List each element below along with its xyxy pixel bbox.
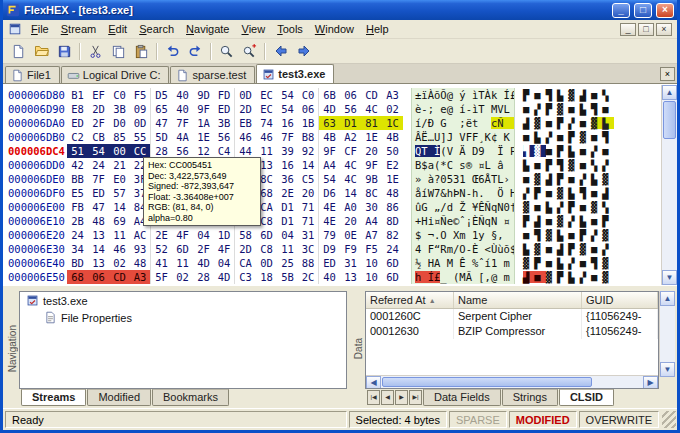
- hex-byte[interactable]: CD: [109, 270, 130, 284]
- hex-byte[interactable]: 28: [193, 270, 214, 284]
- hex-byte[interactable]: 28: [151, 144, 172, 158]
- hex-byte[interactable]: C5: [298, 172, 319, 186]
- hex-byte[interactable]: 6D: [172, 242, 193, 256]
- hex-byte[interactable]: 14: [109, 200, 130, 214]
- tab-data-fields[interactable]: Data Fields: [423, 389, 501, 406]
- hex-byte[interactable]: EB: [235, 116, 256, 130]
- unicode-column[interactable]: ▓▛■▙▞■▜▓: [515, 256, 661, 270]
- hex-byte[interactable]: BD: [67, 256, 88, 270]
- scroll-track[interactable]: [660, 306, 675, 362]
- ansi-column[interactable]: ûG „/d Ž ¥ÊÑqN0†: [411, 200, 515, 214]
- scroll-right-icon[interactable]: ▶: [643, 376, 658, 389]
- unicode-column[interactable]: ■▜▓▙■▛▞▓: [515, 228, 661, 242]
- hex-byte[interactable]: 2D: [88, 102, 109, 116]
- hex-byte[interactable]: 46: [109, 242, 130, 256]
- hex-byte[interactable]: A4: [361, 214, 382, 228]
- hex-byte[interactable]: ED: [319, 256, 340, 270]
- ansi-column[interactable]: ±ïÀõÕ@ ý ìTÀk Í£: [411, 88, 515, 102]
- scroll-left-icon[interactable]: ◀: [366, 376, 381, 389]
- column-header-name[interactable]: Name: [454, 292, 582, 308]
- hex-byte[interactable]: 65: [151, 102, 172, 116]
- hex-row[interactable]: 000006E506806CDA35F02284DC3185B2C4013106…: [3, 270, 661, 284]
- ansi-column[interactable]: +Hi¤Ñe©ˆ¡ÈÑqN ¤: [411, 214, 515, 228]
- hex-byte[interactable]: 10: [361, 270, 382, 284]
- hex-byte[interactable]: 13: [340, 270, 361, 284]
- unicode-column[interactable]: ▜▓■▛▙■▞■: [515, 144, 661, 158]
- hex-byte[interactable]: D6: [319, 186, 340, 200]
- hex-byte[interactable]: 4B: [382, 130, 403, 144]
- menu-window[interactable]: Window: [309, 21, 360, 37]
- hex-byte[interactable]: 6D: [382, 256, 403, 270]
- hex-byte[interactable]: 0D: [235, 88, 256, 102]
- hex-byte[interactable]: 06: [340, 88, 361, 102]
- hex-byte[interactable]: 14: [340, 186, 361, 200]
- hex-byte[interactable]: 3B: [214, 116, 235, 130]
- menu-help[interactable]: Help: [360, 21, 395, 37]
- ansi-column[interactable]: ÂË…U]J VFF¸K¢ K: [411, 130, 515, 144]
- hex-byte[interactable]: 2C: [298, 270, 319, 284]
- tab-close-icon[interactable]: ×: [660, 67, 675, 81]
- ansi-column[interactable]: » à?0531 Œ6ÅTL›: [411, 172, 515, 186]
- hex-byte[interactable]: C2: [67, 130, 88, 144]
- tab-scroll-first-icon[interactable]: |◀: [367, 390, 380, 405]
- tab-streams[interactable]: Streams: [21, 389, 86, 406]
- hex-byte[interactable]: 18: [256, 270, 277, 284]
- hex-byte[interactable]: 14: [88, 242, 109, 256]
- ansi-column[interactable]: í/Ð G ;ët cÑ: [411, 116, 515, 130]
- find-button[interactable]: [215, 41, 238, 62]
- hex-byte[interactable]: 42: [67, 158, 88, 172]
- scroll-track[interactable]: [593, 376, 643, 388]
- hex-byte[interactable]: 0E: [340, 228, 361, 242]
- hex-byte[interactable]: 06: [88, 270, 109, 284]
- tab-test3-exe[interactable]: test3.exe: [256, 64, 334, 83]
- hex-byte[interactable]: 9D: [193, 88, 214, 102]
- hex-byte[interactable]: EC: [256, 88, 277, 102]
- hex-byte[interactable]: CA: [235, 256, 256, 270]
- hex-byte[interactable]: 0D: [256, 256, 277, 270]
- hex-byte[interactable]: B8: [298, 130, 319, 144]
- hex-byte[interactable]: 24: [67, 228, 88, 242]
- hex-byte[interactable]: 9F: [319, 144, 340, 158]
- hex-byte[interactable]: 24: [382, 242, 403, 256]
- hex-row[interactable]: 000006E40BD13024841114D04CA0D2588ED31106…: [3, 256, 661, 270]
- hex-byte[interactable]: 79: [319, 228, 340, 242]
- mdi-restore-button[interactable]: □: [638, 23, 654, 36]
- hex-byte[interactable]: 52: [151, 242, 172, 256]
- hex-byte[interactable]: 11: [172, 256, 193, 270]
- hex-row[interactable]: 000006DC4515400CC285612C4441139929FCF205…: [3, 144, 661, 158]
- hex-byte[interactable]: 39: [277, 144, 298, 158]
- ansi-column[interactable]: h Í£_ (MÃ [,@ m: [411, 270, 515, 284]
- tab-logical-drive-c[interactable]: Logical Drive C:: [61, 66, 170, 83]
- hex-byte[interactable]: 20: [340, 214, 361, 228]
- hex-byte[interactable]: CD: [361, 88, 382, 102]
- redo-button[interactable]: [184, 41, 207, 62]
- hex-byte[interactable]: 2F: [193, 242, 214, 256]
- hex-byte[interactable]: 7F: [88, 172, 109, 186]
- scroll-up-icon[interactable]: ▲: [662, 85, 677, 100]
- hex-byte[interactable]: 1C: [382, 116, 403, 130]
- hex-row[interactable]: 000006D80B1EFC0F5D5409DFD0DEC54C06B06CDA…: [3, 88, 661, 102]
- hex-byte[interactable]: A7: [361, 228, 382, 242]
- hex-byte[interactable]: CC: [130, 144, 151, 158]
- scroll-down-icon[interactable]: ▼: [660, 362, 675, 377]
- ansi-column[interactable]: QT Ì(V Ä D9 Ï P: [411, 144, 515, 158]
- hex-byte[interactable]: EC: [256, 102, 277, 116]
- hex-byte[interactable]: A4: [319, 158, 340, 172]
- column-header-guid[interactable]: GUID: [582, 292, 658, 308]
- tab-modified[interactable]: Modified: [87, 389, 151, 406]
- hex-byte[interactable]: 48: [382, 186, 403, 200]
- hex-byte[interactable]: 04: [277, 228, 298, 242]
- menu-edit[interactable]: Edit: [102, 21, 133, 37]
- hex-byte[interactable]: C4: [214, 144, 235, 158]
- hex-byte[interactable]: 86: [382, 200, 403, 214]
- hex-byte[interactable]: E5: [67, 186, 88, 200]
- unicode-column[interactable]: ▛▟■▓▞▙■▛: [515, 214, 661, 228]
- hex-byte[interactable]: 51: [67, 144, 88, 158]
- hex-byte[interactable]: FD: [214, 88, 235, 102]
- hex-byte[interactable]: 9B: [361, 172, 382, 186]
- data-horizontal-scrollbar[interactable]: ◀ ▶: [366, 375, 658, 388]
- hex-byte[interactable]: 40: [319, 270, 340, 284]
- ansi-column[interactable]: è-; e@ í-ìT MVL: [411, 102, 515, 116]
- menu-file[interactable]: File: [25, 21, 55, 37]
- column-header-referred-at[interactable]: Referred At▲: [366, 292, 454, 308]
